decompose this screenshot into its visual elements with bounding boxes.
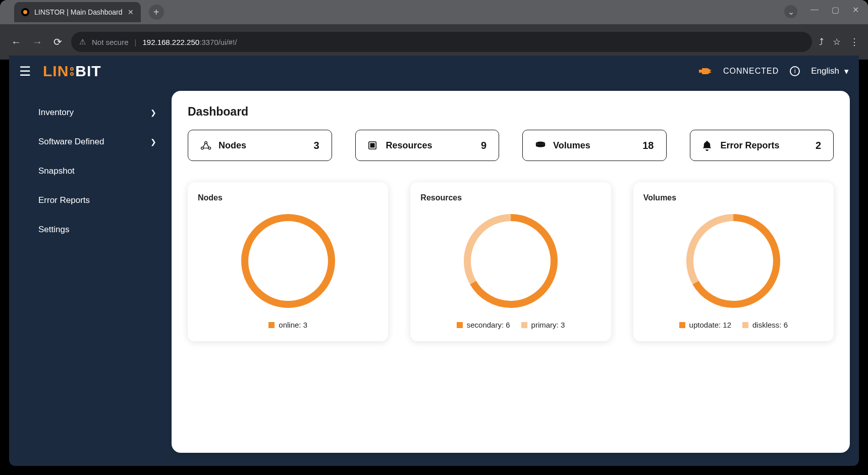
- sidebar-item-settings[interactable]: Settings: [9, 215, 172, 244]
- language-selector[interactable]: English ▾: [811, 66, 849, 77]
- url-path: :3370/ui/#!/: [199, 38, 237, 46]
- chart-card-resources: Resources secondary: 6primary: 3: [410, 182, 611, 341]
- legend-item[interactable]: online: 3: [268, 321, 307, 329]
- hamburger-menu-icon[interactable]: ☰: [19, 65, 31, 78]
- svg-point-1: [201, 147, 204, 149]
- window-controls: ⌄ — ▢ ✕: [784, 5, 859, 18]
- plug-icon: [699, 66, 712, 76]
- legend-item[interactable]: secondary: 6: [457, 321, 510, 329]
- stat-card-row: Nodes 3 Resources 9: [188, 130, 834, 161]
- donut-chart-resources: [460, 210, 561, 311]
- nav-forward-icon[interactable]: →: [30, 34, 44, 50]
- svg-point-8: [460, 210, 561, 311]
- svg-point-0: [205, 141, 207, 144]
- window-close-icon[interactable]: ✕: [852, 5, 859, 18]
- sidebar-item-error-reports[interactable]: Error Reports: [9, 186, 172, 215]
- sidebar-item-label: Inventory: [38, 108, 74, 118]
- svg-point-2: [208, 147, 211, 149]
- svg-point-10: [683, 210, 784, 311]
- sidebar-item-label: Snapshot: [38, 166, 75, 176]
- legend-label: primary: 3: [531, 321, 565, 329]
- sidebar-item-software-defined[interactable]: Software Defined ❯: [9, 127, 172, 156]
- sidebar-item-label: Software Defined: [38, 137, 104, 147]
- stat-label: Resources: [386, 140, 432, 151]
- chart-title: Nodes: [198, 193, 378, 202]
- legend-item[interactable]: uptodate: 12: [679, 321, 731, 329]
- volumes-icon: [535, 141, 546, 150]
- window-minimize-icon[interactable]: —: [810, 5, 819, 18]
- url-host: 192.168.222.250: [142, 38, 199, 46]
- stat-label: Volumes: [553, 140, 590, 151]
- legend-swatch: [268, 322, 275, 328]
- resources-icon: [368, 141, 379, 150]
- stat-card-nodes[interactable]: Nodes 3: [188, 130, 332, 161]
- tab-title: LINSTOR | Main Dashboard: [34, 8, 123, 16]
- stat-card-resources[interactable]: Resources 9: [355, 130, 500, 161]
- bookmark-star-icon[interactable]: ☆: [833, 36, 841, 47]
- not-secure-warning-icon: ⚠: [79, 37, 86, 46]
- browser-chrome: LINSTOR | Main Dashboard ✕ + ⌄ — ▢ ✕ ← →…: [0, 0, 868, 60]
- tab-close-icon[interactable]: ✕: [128, 8, 134, 16]
- chevron-right-icon: ❯: [150, 109, 156, 117]
- svg-point-5: [536, 142, 545, 145]
- stat-card-error-reports[interactable]: Error Reports 2: [690, 130, 834, 161]
- not-secure-label: Not secure: [92, 38, 129, 46]
- browser-menu-icon[interactable]: ⋮: [850, 36, 859, 47]
- chart-legend: online: 3: [198, 321, 378, 329]
- legend-label: uptodate: 12: [689, 321, 731, 329]
- svg-rect-4: [370, 143, 374, 148]
- app-root: ☰ LIN BIT CONNECTED i English ▾: [9, 56, 859, 466]
- chart-title: Resources: [420, 193, 601, 202]
- logo[interactable]: LIN BIT: [43, 63, 101, 80]
- chart-legend: uptodate: 12diskless: 6: [643, 321, 824, 329]
- app-body: Inventory ❯ Software Defined ❯ Snapshot …: [9, 87, 859, 466]
- legend-label: online: 3: [279, 321, 307, 329]
- sidebar-item-label: Settings: [38, 225, 69, 235]
- legend-swatch: [679, 322, 685, 328]
- viewport: LINSTOR | Main Dashboard ✕ + ⌄ — ▢ ✕ ← →…: [0, 0, 868, 475]
- stat-label: Nodes: [219, 140, 246, 151]
- chart-row: Nodes online: 3 Resources secondary: 6pr…: [188, 182, 834, 341]
- nav-back-icon[interactable]: ←: [9, 34, 23, 50]
- stat-count: 9: [481, 140, 486, 151]
- new-tab-button[interactable]: +: [149, 5, 164, 20]
- bell-icon: [702, 141, 714, 150]
- caret-down-icon: ▾: [844, 66, 849, 77]
- sidebar-item-label: Error Reports: [38, 195, 90, 205]
- main-content: Dashboard Nodes 3: [172, 91, 850, 453]
- favicon-icon: [21, 8, 29, 16]
- stat-count: 3: [313, 140, 319, 151]
- page-title: Dashboard: [188, 105, 834, 119]
- legend-label: secondary: 6: [467, 321, 510, 329]
- donut-chart-nodes: [238, 210, 339, 311]
- chart-title: Volumes: [643, 193, 824, 202]
- stat-count: 18: [642, 140, 654, 151]
- legend-item[interactable]: primary: 3: [521, 321, 565, 329]
- chart-card-nodes: Nodes online: 3: [188, 182, 388, 341]
- connection-status: CONNECTED: [723, 67, 779, 76]
- legend-item[interactable]: diskless: 6: [742, 321, 788, 329]
- chart-legend: secondary: 6primary: 3: [420, 321, 601, 329]
- browser-tab[interactable]: LINSTOR | Main Dashboard ✕: [14, 2, 141, 22]
- language-label: English: [811, 66, 839, 76]
- nav-reload-icon[interactable]: ⟳: [51, 34, 64, 50]
- chart-card-volumes: Volumes uptodate: 12diskless: 6: [633, 182, 834, 341]
- donut-chart-volumes: [683, 210, 784, 311]
- address-bar-row: ← → ⟳ ⚠ Not secure | 192.168.222.250:337…: [0, 24, 868, 60]
- stat-card-volumes[interactable]: Volumes 18: [522, 130, 667, 161]
- stat-count: 2: [816, 140, 821, 151]
- share-icon[interactable]: ⤴: [819, 37, 824, 47]
- chevron-right-icon: ❯: [150, 138, 156, 146]
- stat-label: Error Reports: [721, 140, 780, 151]
- info-icon[interactable]: i: [790, 66, 800, 76]
- legend-swatch: [521, 322, 527, 328]
- legend-swatch: [457, 322, 463, 328]
- sidebar-item-inventory[interactable]: Inventory ❯: [9, 98, 172, 127]
- legend-swatch: [742, 322, 748, 328]
- window-maximize-icon[interactable]: ▢: [832, 5, 839, 18]
- chevron-down-icon[interactable]: ⌄: [784, 5, 797, 18]
- sidebar-item-snapshot[interactable]: Snapshot: [9, 156, 172, 186]
- legend-label: diskless: 6: [752, 321, 788, 329]
- address-bar[interactable]: ⚠ Not secure | 192.168.222.250:3370/ui/#…: [71, 32, 812, 52]
- tab-bar: LINSTOR | Main Dashboard ✕ + ⌄ — ▢ ✕: [0, 0, 868, 24]
